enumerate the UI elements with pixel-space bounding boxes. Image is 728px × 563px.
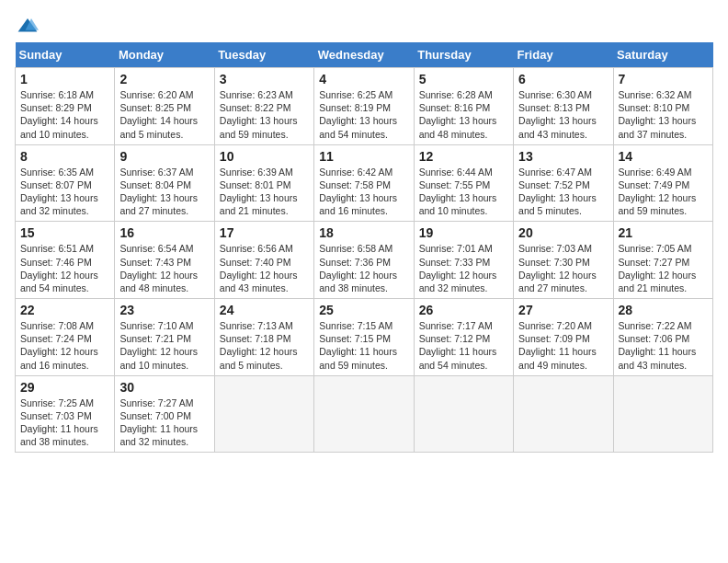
- weekday-header-wednesday: Wednesday: [314, 42, 414, 68]
- calendar-week-1: 1Sunrise: 6:18 AMSunset: 8:29 PMDaylight…: [16, 68, 713, 145]
- day-info: Sunrise: 6:28 AMSunset: 8:16 PMDaylight:…: [419, 88, 508, 141]
- day-number: 26: [419, 303, 508, 317]
- calendar-cell: 10Sunrise: 6:39 AMSunset: 8:01 PMDayligh…: [214, 144, 313, 222]
- day-number: 1: [20, 72, 109, 86]
- calendar-cell: [414, 375, 513, 453]
- day-number: 2: [119, 72, 209, 86]
- calendar-cell: 17Sunrise: 6:56 AMSunset: 7:40 PMDayligh…: [214, 222, 313, 299]
- day-info: Sunrise: 6:35 AMSunset: 8:07 PMDaylight:…: [20, 166, 109, 218]
- day-number: 13: [518, 149, 608, 164]
- calendar-cell: 15Sunrise: 6:51 AMSunset: 7:46 PMDayligh…: [16, 222, 115, 299]
- calendar-cell: 29Sunrise: 7:25 AMSunset: 7:03 PMDayligh…: [16, 375, 115, 453]
- day-info: Sunrise: 7:25 AMSunset: 7:03 PMDaylight:…: [20, 396, 109, 449]
- day-info: Sunrise: 7:17 AMSunset: 7:12 PMDaylight:…: [419, 319, 508, 372]
- day-number: 25: [319, 303, 408, 317]
- page-header: [15, 15, 713, 33]
- calendar-cell: 2Sunrise: 6:20 AMSunset: 8:25 PMDaylight…: [115, 68, 214, 145]
- logo-icon: [17, 15, 39, 37]
- calendar-cell: [613, 375, 712, 453]
- day-number: 15: [20, 225, 109, 240]
- day-number: 12: [419, 149, 508, 164]
- day-info: Sunrise: 7:05 AMSunset: 7:27 PMDaylight:…: [619, 242, 708, 294]
- calendar-cell: 27Sunrise: 7:20 AMSunset: 7:09 PMDayligh…: [514, 299, 613, 376]
- weekday-header-thursday: Thursday: [414, 42, 513, 68]
- calendar-cell: 16Sunrise: 6:54 AMSunset: 7:43 PMDayligh…: [115, 222, 214, 299]
- calendar-cell: 19Sunrise: 7:01 AMSunset: 7:33 PMDayligh…: [414, 222, 513, 299]
- day-number: 23: [119, 303, 209, 317]
- day-info: Sunrise: 7:22 AMSunset: 7:06 PMDaylight:…: [619, 319, 708, 372]
- calendar-cell: 28Sunrise: 7:22 AMSunset: 7:06 PMDayligh…: [613, 299, 712, 376]
- day-info: Sunrise: 7:13 AMSunset: 7:18 PMDaylight:…: [220, 319, 309, 372]
- day-info: Sunrise: 7:15 AMSunset: 7:15 PMDaylight:…: [319, 319, 408, 372]
- calendar-cell: [314, 375, 414, 453]
- calendar-week-4: 22Sunrise: 7:08 AMSunset: 7:24 PMDayligh…: [16, 299, 713, 376]
- day-number: 9: [119, 149, 209, 164]
- calendar-cell: 13Sunrise: 6:47 AMSunset: 7:52 PMDayligh…: [514, 144, 613, 222]
- calendar-cell: [214, 375, 313, 453]
- day-info: Sunrise: 6:25 AMSunset: 8:19 PMDaylight:…: [319, 88, 408, 141]
- calendar-cell: 26Sunrise: 7:17 AMSunset: 7:12 PMDayligh…: [414, 299, 513, 376]
- day-info: Sunrise: 6:39 AMSunset: 8:01 PMDaylight:…: [220, 166, 309, 218]
- day-info: Sunrise: 6:51 AMSunset: 7:46 PMDaylight:…: [20, 242, 109, 294]
- day-number: 8: [20, 149, 109, 164]
- day-number: 11: [319, 149, 408, 164]
- day-info: Sunrise: 6:37 AMSunset: 8:04 PMDaylight:…: [119, 166, 209, 218]
- day-number: 4: [319, 72, 408, 86]
- day-number: 16: [119, 225, 209, 240]
- day-number: 6: [518, 72, 608, 86]
- calendar-cell: 1Sunrise: 6:18 AMSunset: 8:29 PMDaylight…: [16, 68, 115, 145]
- weekday-header-sunday: Sunday: [16, 42, 115, 68]
- calendar-cell: 8Sunrise: 6:35 AMSunset: 8:07 PMDaylight…: [16, 144, 115, 222]
- calendar-cell: 6Sunrise: 6:30 AMSunset: 8:13 PMDaylight…: [514, 68, 613, 145]
- calendar-cell: 25Sunrise: 7:15 AMSunset: 7:15 PMDayligh…: [314, 299, 414, 376]
- day-number: 10: [220, 149, 309, 164]
- day-number: 21: [619, 225, 708, 240]
- day-number: 14: [619, 149, 708, 164]
- calendar-cell: 4Sunrise: 6:25 AMSunset: 8:19 PMDaylight…: [314, 68, 414, 145]
- day-number: 29: [20, 380, 109, 395]
- day-info: Sunrise: 6:58 AMSunset: 7:36 PMDaylight:…: [319, 242, 408, 294]
- calendar-cell: 11Sunrise: 6:42 AMSunset: 7:58 PMDayligh…: [314, 144, 414, 222]
- day-info: Sunrise: 6:42 AMSunset: 7:58 PMDaylight:…: [319, 166, 408, 218]
- logo: [15, 15, 39, 33]
- day-number: 24: [220, 303, 309, 317]
- calendar-cell: 21Sunrise: 7:05 AMSunset: 7:27 PMDayligh…: [613, 222, 712, 299]
- calendar-cell: 18Sunrise: 6:58 AMSunset: 7:36 PMDayligh…: [314, 222, 414, 299]
- day-info: Sunrise: 6:32 AMSunset: 8:10 PMDaylight:…: [619, 88, 708, 141]
- calendar-cell: 7Sunrise: 6:32 AMSunset: 8:10 PMDaylight…: [613, 68, 712, 145]
- day-info: Sunrise: 6:56 AMSunset: 7:40 PMDaylight:…: [220, 242, 309, 294]
- calendar-cell: [514, 375, 613, 453]
- calendar-cell: 14Sunrise: 6:49 AMSunset: 7:49 PMDayligh…: [613, 144, 712, 222]
- day-info: Sunrise: 7:10 AMSunset: 7:21 PMDaylight:…: [119, 319, 209, 372]
- calendar-cell: 23Sunrise: 7:10 AMSunset: 7:21 PMDayligh…: [115, 299, 214, 376]
- calendar-table: SundayMondayTuesdayWednesdayThursdayFrid…: [15, 42, 713, 453]
- day-info: Sunrise: 7:20 AMSunset: 7:09 PMDaylight:…: [518, 319, 608, 372]
- weekday-header-saturday: Saturday: [613, 42, 712, 68]
- calendar-cell: 5Sunrise: 6:28 AMSunset: 8:16 PMDaylight…: [414, 68, 513, 145]
- day-number: 5: [419, 72, 508, 86]
- day-info: Sunrise: 7:01 AMSunset: 7:33 PMDaylight:…: [419, 242, 508, 294]
- day-info: Sunrise: 6:47 AMSunset: 7:52 PMDaylight:…: [518, 166, 608, 218]
- calendar-cell: 12Sunrise: 6:44 AMSunset: 7:55 PMDayligh…: [414, 144, 513, 222]
- calendar-cell: 22Sunrise: 7:08 AMSunset: 7:24 PMDayligh…: [16, 299, 115, 376]
- weekday-header-friday: Friday: [514, 42, 613, 68]
- day-info: Sunrise: 6:20 AMSunset: 8:25 PMDaylight:…: [119, 88, 209, 141]
- calendar-week-5: 29Sunrise: 7:25 AMSunset: 7:03 PMDayligh…: [16, 375, 713, 453]
- day-info: Sunrise: 6:54 AMSunset: 7:43 PMDaylight:…: [119, 242, 209, 294]
- day-number: 7: [619, 72, 708, 86]
- day-number: 3: [220, 72, 309, 86]
- day-number: 20: [518, 225, 608, 240]
- day-number: 19: [419, 225, 508, 240]
- day-number: 27: [518, 303, 608, 317]
- day-number: 28: [619, 303, 708, 317]
- calendar-cell: 3Sunrise: 6:23 AMSunset: 8:22 PMDaylight…: [214, 68, 313, 145]
- day-info: Sunrise: 7:03 AMSunset: 7:30 PMDaylight:…: [518, 242, 608, 294]
- calendar-week-2: 8Sunrise: 6:35 AMSunset: 8:07 PMDaylight…: [16, 144, 713, 222]
- weekday-header-monday: Monday: [115, 42, 214, 68]
- day-info: Sunrise: 6:44 AMSunset: 7:55 PMDaylight:…: [419, 166, 508, 218]
- calendar-cell: 30Sunrise: 7:27 AMSunset: 7:00 PMDayligh…: [115, 375, 214, 453]
- day-info: Sunrise: 7:08 AMSunset: 7:24 PMDaylight:…: [20, 319, 109, 372]
- calendar-week-3: 15Sunrise: 6:51 AMSunset: 7:46 PMDayligh…: [16, 222, 713, 299]
- day-number: 30: [119, 380, 209, 395]
- day-info: Sunrise: 6:18 AMSunset: 8:29 PMDaylight:…: [20, 88, 109, 141]
